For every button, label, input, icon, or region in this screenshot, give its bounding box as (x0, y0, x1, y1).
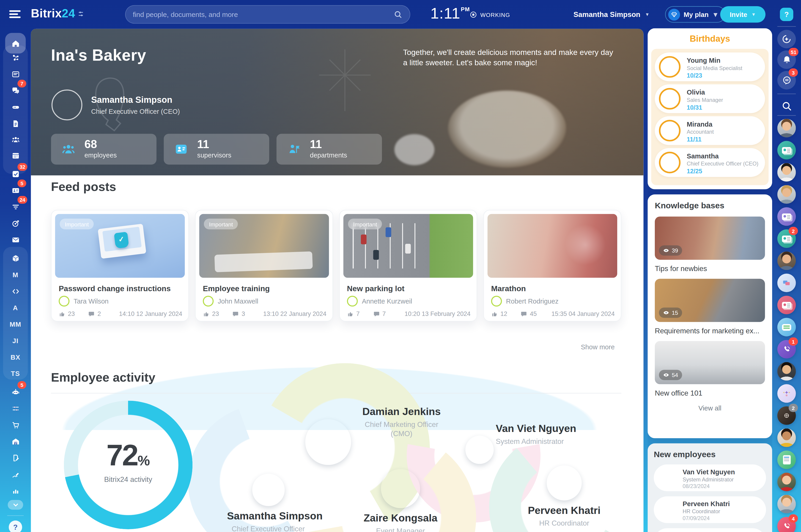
recent-call-chip[interactable]: 4 (777, 517, 796, 532)
recent-contact-chip[interactable] (777, 163, 796, 182)
stat-label: departments (310, 151, 347, 159)
knowledge-base-item[interactable]: 54 New office 101 (655, 341, 765, 397)
menu-hamburger-icon[interactable] (9, 10, 20, 19)
like-icon[interactable] (347, 310, 353, 317)
sidebar-item-marketing[interactable] (7, 215, 24, 231)
birthday-item[interactable]: Olivia Sales Manager 10/31 (655, 84, 765, 113)
employee-activity-person[interactable] (465, 436, 494, 464)
recent-contact-chip[interactable] (777, 362, 796, 381)
bitrix24-logo[interactable]: Bitrix24 (31, 7, 75, 21)
birthday-item[interactable]: Young Min Social Media Specialist 10/23 (655, 53, 765, 81)
new-employee-item[interactable]: Perveen Khatri HR Coordinator 07/09/2024 (654, 496, 766, 523)
post-author[interactable]: John Maxwell (203, 296, 258, 306)
sidebar-item-employees[interactable] (7, 131, 24, 148)
recent-contact-chip[interactable] (777, 119, 796, 137)
stat-employees[interactable]: 68 employees (51, 134, 157, 165)
copilot-button[interactable] (777, 30, 796, 48)
invite-button[interactable]: Invite ▼ (720, 6, 765, 23)
birthday-item[interactable]: Samantha Chief Executive Officer (CEO) 1… (655, 148, 765, 177)
recent-app-chip[interactable] (777, 384, 796, 403)
sidebar-item-sign[interactable] (7, 466, 24, 482)
recent-crm-chip[interactable] (777, 296, 796, 314)
sidebar-item-app-ts[interactable]: TS (7, 365, 24, 382)
feed-post-card[interactable]: Marathon Robert Rodriguez 12 45 15:35 04… (484, 210, 621, 322)
sidebar-item-store[interactable] (7, 417, 24, 433)
recent-meeting-chip[interactable]: 2 (777, 406, 796, 425)
comment-icon[interactable] (521, 310, 527, 317)
my-plan-button[interactable]: My plan ▼ (665, 6, 726, 23)
logo-settings-icon[interactable] (77, 10, 84, 17)
sidebar-item-app-a[interactable]: A (7, 300, 24, 316)
recent-crm-chip[interactable] (777, 141, 796, 159)
sidebar-item-copilot[interactable]: 5 (7, 384, 24, 400)
employee-activity-person[interactable]: Perveen Khatri HR Coordinator (524, 466, 604, 528)
workday-clock[interactable]: 1:11PM (430, 4, 469, 22)
recent-contact-chip[interactable] (777, 185, 796, 204)
comment-icon[interactable] (88, 310, 95, 317)
post-author[interactable]: Robert Rodriguez (491, 296, 558, 306)
employee-activity-person[interactable]: Zaire Kongsala Event Manager (360, 469, 441, 532)
sidebar-item-app-ji[interactable]: JI (7, 332, 24, 349)
sidebar-item-app-m[interactable]: M (7, 266, 24, 283)
employee-activity-person[interactable]: Damian Jenkins Chief Marketing Officer (… (355, 406, 448, 438)
post-author[interactable]: Tara Wilson (59, 296, 109, 306)
recent-contact-chip[interactable] (777, 251, 796, 270)
sidebar-item-drive[interactable] (7, 99, 24, 115)
birthday-item[interactable]: Miranda Accountant 11/11 (655, 116, 765, 145)
sidebar-collapse-button[interactable] (8, 500, 23, 510)
search-input[interactable] (133, 11, 394, 18)
employee-activity-person[interactable] (305, 419, 351, 465)
recent-contact-chip[interactable] (777, 473, 796, 491)
recent-contact-chip[interactable] (777, 429, 796, 447)
sidebar-help-button[interactable]: ? (9, 520, 22, 532)
post-author[interactable]: Annette Kurzweil (347, 296, 412, 306)
new-employee-item[interactable]: Van Viet Nguyen System Administrator 08/… (654, 464, 766, 491)
rail-search-button[interactable] (777, 97, 796, 115)
comment-icon[interactable] (232, 310, 239, 317)
sidebar-item-settings[interactable] (7, 400, 24, 417)
feed-post-card[interactable]: Important New parking lot Annette Kurzwe… (339, 210, 477, 322)
sidebar-item-mail[interactable] (7, 231, 24, 248)
sidebar-item-analytics[interactable] (7, 482, 24, 499)
recent-crm-chip[interactable]: 2 (777, 229, 796, 248)
sidebar-item-calendar[interactable] (7, 147, 24, 164)
recent-call-chip[interactable]: 1 (777, 340, 796, 359)
knowledge-base-item[interactable]: 15 Requirements for marketing ex... (655, 279, 765, 335)
search-icon[interactable] (394, 10, 403, 19)
sidebar-item-community[interactable] (7, 50, 24, 66)
current-user-menu[interactable]: Samantha Simpson ▼ (554, 7, 650, 21)
notifications-button[interactable]: 51 (777, 50, 796, 69)
employee-activity-person[interactable]: Van Viet Nguyen System Administrator (496, 423, 588, 446)
sidebar-item-app-mm[interactable]: MM (7, 316, 24, 332)
sidebar-item-app-bx[interactable]: BX (7, 349, 24, 365)
like-icon[interactable] (203, 310, 210, 317)
working-status[interactable]: WORKING (470, 11, 510, 19)
new-employee-item[interactable]: Alexis Sutcliffe (654, 528, 766, 532)
recent-chat-chip[interactable] (777, 318, 796, 337)
comment-icon[interactable] (373, 310, 380, 317)
recent-crm-chip[interactable] (777, 207, 796, 226)
employee-activity-person[interactable]: Samantha Simpson Chief Executive Officer… (227, 474, 309, 532)
recent-doc-chip[interactable] (777, 451, 796, 469)
show-more-link[interactable]: Show more (581, 343, 615, 351)
feed-post-card[interactable]: Important Employee training John Maxwell… (195, 210, 333, 322)
sidebar-item-devops[interactable] (7, 283, 24, 300)
knowledge-base-item[interactable]: 39 Tips for newbies (655, 216, 765, 273)
hero-ceo-card[interactable]: Samantha Simpson Chief Executive Officer… (52, 90, 180, 120)
sidebar-item-chat[interactable]: 7 (7, 82, 24, 99)
like-icon[interactable] (491, 310, 498, 317)
stat-supervisors[interactable]: 11 supervisors (164, 134, 269, 165)
sidebar-item-smart-process[interactable] (7, 450, 24, 466)
feed-post-card[interactable]: Important Password change instructions T… (51, 210, 189, 322)
recent-app-chip[interactable] (777, 273, 796, 292)
sidebar-item-docs[interactable] (7, 115, 24, 132)
recent-contact-chip[interactable] (777, 495, 796, 513)
view-all-link[interactable]: View all (655, 404, 765, 412)
help-button[interactable]: ? (780, 8, 793, 21)
messenger-button[interactable]: 3 (777, 71, 796, 90)
sidebar-item-market[interactable] (7, 250, 24, 266)
sidebar-item-sales[interactable]: 24 (7, 198, 24, 215)
sidebar-item-warehouse[interactable] (7, 433, 24, 450)
stat-departments[interactable]: 11 departments (276, 134, 382, 165)
like-icon[interactable] (59, 310, 65, 317)
